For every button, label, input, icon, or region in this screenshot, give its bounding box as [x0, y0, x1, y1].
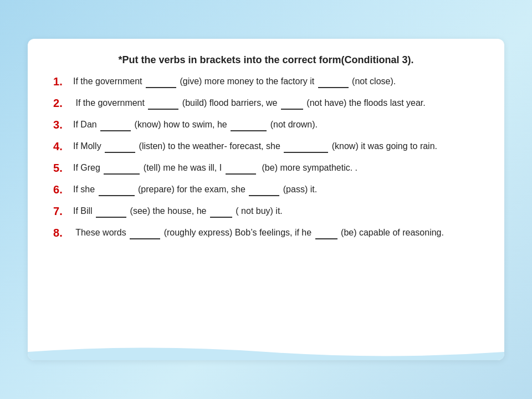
blank [231, 117, 267, 131]
wave-decoration [28, 344, 504, 360]
blank [96, 203, 126, 218]
item-text-3: If Dan (know) how to swim, he (not drown… [73, 117, 484, 131]
list-item: These words (roughly express) Bob’s feel… [53, 225, 484, 241]
item-text-2: If the government (build) flood barriers… [73, 95, 484, 110]
blank [146, 74, 176, 88]
item-text-8: These words (roughly express) Bob’s feel… [73, 225, 484, 239]
blank [318, 74, 349, 88]
list-item: If Molly (listen) to the weather- foreca… [53, 139, 484, 155]
item-text-6: If she (prepare) for the exam, she (pass… [73, 182, 484, 196]
list-item: If the government (give) more money to t… [53, 74, 484, 90]
list-item: If Dan (know) how to swim, he (not drown… [53, 117, 484, 133]
blank [226, 160, 256, 175]
list-item: If Greg (tell) me he was ill, I (be) mor… [53, 160, 484, 176]
blank [99, 182, 135, 196]
list-item: If Bill (see) the house, he ( not buy) i… [53, 203, 484, 219]
list-item: If the government (build) flood barriers… [53, 95, 484, 111]
blank [249, 182, 279, 196]
blank [281, 95, 303, 110]
blank [315, 225, 337, 239]
item-text-4: If Molly (listen) to the weather- foreca… [73, 139, 484, 153]
blank [130, 225, 160, 239]
blank [284, 139, 328, 153]
list-item: If she (prepare) for the exam, she (pass… [53, 182, 484, 198]
item-text-5: If Greg (tell) me he was ill, I (be) mor… [73, 160, 484, 175]
blank [100, 117, 131, 131]
exercise-list: If the government (give) more money to t… [48, 74, 484, 241]
main-card: *Put the verbs in brackets into the corr… [28, 39, 504, 360]
blank [148, 95, 178, 110]
blank [104, 160, 140, 175]
item-text-1: If the government (give) more money to t… [73, 74, 484, 88]
page-title: *Put the verbs in brackets into the corr… [48, 54, 484, 66]
blank [105, 139, 135, 153]
item-text-7: If Bill (see) the house, he ( not buy) i… [73, 203, 484, 218]
blank [210, 203, 232, 218]
